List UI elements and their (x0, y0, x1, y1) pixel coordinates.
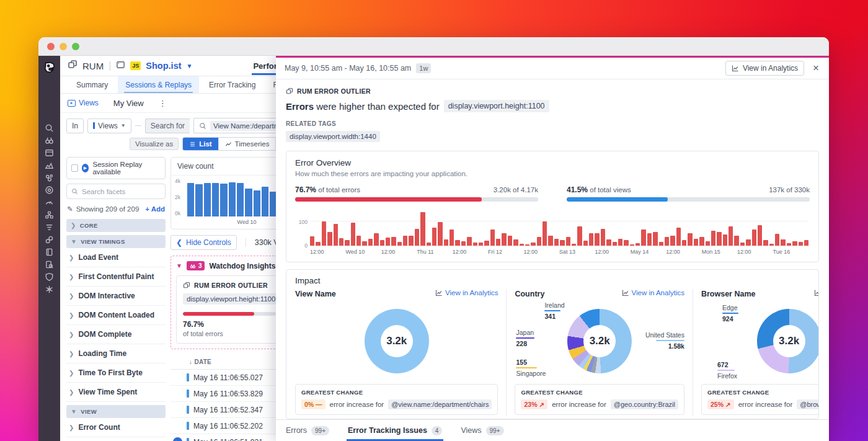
logs-icon[interactable] (45, 222, 55, 232)
watchdog-icon (190, 263, 196, 269)
search-icon[interactable] (45, 123, 55, 133)
panel-footer-tabs: Errors99+Error Tracking Issues4Views99+ (276, 419, 829, 441)
facet-item-load-event[interactable]: ❯Load Event (66, 248, 166, 267)
chart-icon (622, 289, 629, 296)
chevron-right-icon: ❯ (69, 331, 74, 338)
facet-item-dom-content-loaded[interactable]: ❯DOM Content Loaded (66, 306, 166, 325)
watchdog-icon[interactable] (45, 135, 55, 145)
close-panel-icon[interactable]: × (812, 62, 820, 74)
facet-group-core[interactable]: ❯CORE (66, 219, 166, 232)
integrations-icon[interactable] (45, 234, 55, 244)
facet-item-view-time-spent[interactable]: ❯View Time Spent (66, 383, 166, 402)
add-facet-button[interactable]: + Add (145, 205, 165, 213)
facet-search-input[interactable]: Search facets (66, 184, 166, 199)
country-donut-chart[interactable]: 3.2k (567, 309, 632, 373)
service-selector[interactable]: Shop.ist (146, 61, 181, 71)
change-tag[interactable]: @geo.country:Brazil (611, 399, 678, 409)
chart-icon (814, 289, 819, 296)
search-icon (71, 188, 78, 195)
infrastructure-icon[interactable] (45, 210, 55, 220)
impact-card: Impact View Name View in Analytics 3.2k (286, 269, 819, 419)
gauge-icon[interactable] (45, 197, 55, 207)
no-replay (173, 389, 182, 398)
chevron-down-icon[interactable]: ▼ (187, 63, 193, 69)
visualize-list-button[interactable]: List (183, 138, 218, 150)
panel-tab-errors[interactable]: Errors99+ (286, 420, 329, 441)
headline-tag[interactable]: display.viewport.height:1100 (444, 100, 549, 112)
change-tag[interactable]: @browser.name:Edge (797, 399, 819, 409)
current-view-tab[interactable]: My View (108, 96, 149, 110)
watchdog-title: Watchdog Insights (209, 262, 275, 270)
search-for-label: Search for (145, 118, 190, 133)
facet-item-error-count[interactable]: ❯Error Count (66, 418, 166, 437)
org-icon[interactable] (45, 172, 55, 182)
panel-tab-views[interactable]: Views99+ (461, 420, 503, 441)
hide-controls-button[interactable]: ❮Hide Controls (170, 235, 237, 250)
maximize-window-button[interactable] (72, 43, 79, 50)
row-date: May 16 11:06:53.829 (193, 390, 286, 398)
view-in-analytics-link[interactable]: View in Analytics (435, 289, 498, 296)
view-in-analytics-button[interactable]: View in Analytics (725, 61, 804, 76)
checkbox[interactable] (71, 164, 78, 172)
chevron-down-icon: ▼ (176, 262, 182, 269)
chart-icon (435, 289, 443, 296)
facet-item-action-count[interactable]: ❯Action Count (66, 437, 166, 441)
session-replay-filter[interactable]: ▶ Session Replay available (66, 157, 166, 179)
facet-item-dom-complete[interactable]: ❯DOM Complete (66, 325, 166, 344)
outlier-headline: Errors were higher than expected for dis… (286, 100, 819, 112)
tab-summary[interactable]: Summary (69, 76, 115, 93)
tab-count-badge: 4 (432, 426, 443, 435)
error-overview-card: Error Overview How much these errors are… (286, 151, 819, 262)
greatest-change-box: GREATEST CHANGE 23% ↗ error increase for… (515, 384, 684, 415)
analytics-icon[interactable] (45, 160, 55, 170)
error-overview-description: How much these errors are impacting your… (295, 170, 810, 177)
row-date: May 16 11:06:51.921 (193, 438, 286, 441)
chevron-right-icon: ❯ (69, 370, 74, 376)
collapse-icon: ❮ (176, 238, 182, 247)
facet-group-view-timings[interactable]: ▼VIEW TIMINGS (66, 235, 166, 248)
kebab-menu-icon[interactable]: ⋮ (159, 99, 167, 108)
window-icon (183, 282, 190, 289)
visualize-as-label: Visualize as (130, 138, 179, 150)
facet-group-view[interactable]: ▼VIEW (66, 405, 166, 418)
facet-item-time-to-first-byte[interactable]: ❯Time To First Byte (66, 363, 166, 383)
related-tag[interactable]: display.viewport.width:1440 (286, 131, 380, 142)
app-name: RUM (82, 61, 104, 71)
view-bar-icon (187, 422, 189, 430)
edit-icon[interactable]: ✎ (67, 205, 73, 213)
security-icon[interactable] (45, 272, 55, 282)
audit-icon[interactable] (45, 259, 55, 269)
date-column-header[interactable]: ↓ DATE (173, 359, 281, 365)
settings-icon[interactable] (45, 284, 55, 294)
change-tag[interactable]: @view.name:/department/chairs (388, 399, 492, 409)
facet-count: Showing 209 of 209 (76, 205, 140, 213)
browser-donut-chart[interactable]: 3.2k (757, 309, 819, 373)
no-replay (173, 421, 182, 430)
tab-sessions-replays[interactable]: Sessions & Replays (118, 76, 199, 93)
views-button[interactable]: ▸Views (68, 99, 99, 107)
facet-item-loading-time[interactable]: ❯Loading Time (66, 344, 166, 363)
visualize-timeseries-button[interactable]: Timeseries (219, 138, 277, 150)
facet-panel: ▶ Session Replay available Search facets… (66, 157, 166, 441)
apm-icon[interactable] (45, 185, 55, 195)
close-window-button[interactable] (47, 43, 55, 50)
no-replay (173, 405, 182, 414)
chart-icon (732, 65, 739, 72)
tab-error-tracking[interactable]: Error Tracking (202, 76, 263, 93)
minimize-window-button[interactable] (60, 43, 67, 50)
view-name-donut-chart[interactable]: 3.2k (365, 309, 429, 373)
replay-play-icon[interactable]: ▶ (173, 437, 182, 441)
view-in-analytics-link[interactable]: View in Analytics (814, 289, 819, 296)
outlier-tag[interactable]: display.viewport.height:1100 (183, 293, 279, 305)
dashboard-icon[interactable] (45, 148, 55, 158)
app-window: RUM | JS Shop.ist ▼ Performance Monitori… (38, 37, 829, 441)
chevron-icon: ❯ (71, 222, 76, 229)
scope-dropdown[interactable]: Views▼ (87, 118, 131, 133)
panel-tab-error-tracking-issues[interactable]: Error Tracking Issues4 (348, 420, 442, 441)
notebook-icon[interactable] (45, 247, 55, 257)
facet-item-dom-interactive[interactable]: ❯DOM Interactive (66, 287, 166, 306)
facet-item-first-contentful-paint[interactable]: ❯First Contentful Paint (66, 267, 166, 287)
errors-timeseries-chart[interactable]: 100 0 (310, 212, 808, 246)
view-in-analytics-link[interactable]: View in Analytics (622, 289, 684, 296)
donut-label-united-states: United States1.58k (645, 331, 684, 350)
